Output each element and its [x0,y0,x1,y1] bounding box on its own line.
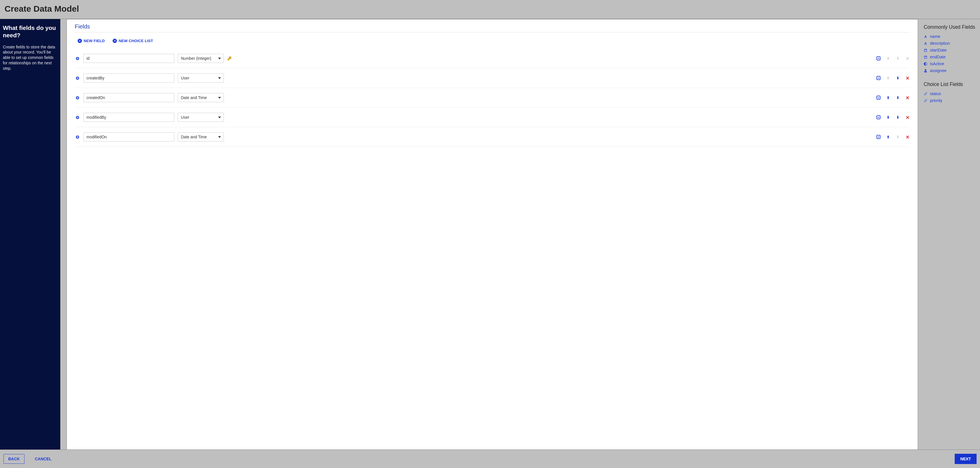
drag-handle-icon[interactable] [75,56,80,61]
section-title: Fields [75,23,910,30]
key-icon [227,56,234,61]
move-down-icon[interactable] [896,76,900,80]
choice-fields-heading: Choice List Fields [924,81,977,88]
field-type-select[interactable]: Number (Integer) [178,54,224,63]
field-row: User+ [75,108,910,127]
next-button[interactable]: NEXT [955,454,977,464]
row-actions: + [876,135,910,139]
remove-icon[interactable] [905,76,910,80]
move-down-icon[interactable] [896,115,900,120]
add-below-icon[interactable]: + [876,135,881,139]
move-down-icon[interactable] [896,95,900,100]
new-choice-list-button[interactable]: + NEW CHOICE LIST [113,39,153,43]
suggested-field-item[interactable]: priority [924,97,977,104]
divider [75,32,910,32]
calendar-icon [924,55,928,59]
move-up-icon [886,56,891,61]
add-below-icon[interactable]: + [876,115,881,120]
field-name-input[interactable] [83,133,174,142]
field-name-input[interactable] [83,73,174,83]
common-fields-heading: Commonly Used Fields [924,24,977,30]
page-header: Create Data Model [0,0,980,19]
move-down-icon [896,135,900,139]
field-type-label: Number (Integer) [181,56,211,61]
gutter [60,19,67,449]
field-type-select[interactable]: User [178,113,224,122]
suggested-field-label: name [930,34,940,39]
page-title: Create Data Model [5,4,975,14]
new-field-label: NEW FIELD [84,39,105,43]
plus-circle-icon: + [113,39,117,43]
suggested-field-label: status [930,91,941,96]
suggested-field-label: isActive [930,61,944,66]
center-wrap: Fields + NEW FIELD + NEW CHOICE LIST Num… [60,19,980,449]
right-sidebar: Commonly Used Fields namedescriptionstar… [923,19,980,449]
field-name-input[interactable] [83,54,174,63]
row-actions: + [876,76,910,80]
field-row: Date and Time+ [75,127,910,147]
field-type-label: Date and Time [181,95,207,100]
move-down-icon [896,56,900,61]
suggested-field-item[interactable]: isActive [924,60,977,67]
remove-icon [905,56,910,61]
field-row: User+ [75,68,910,88]
choice-fields-list: statuspriority [924,90,977,104]
common-fields-list: namedescriptionstartDateendDateisActivea… [924,33,977,74]
add-below-icon[interactable]: + [876,95,881,100]
suggested-field-item[interactable]: description [924,40,977,47]
field-type-select[interactable]: Date and Time [178,93,224,102]
suggested-field-item[interactable]: startDate [924,47,977,54]
suggested-field-item[interactable]: name [924,33,977,40]
fields-panel: Fields + NEW FIELD + NEW CHOICE LIST Num… [67,19,918,449]
link-icon [924,99,928,102]
halfpie-icon [924,62,928,66]
add-below-icon[interactable]: + [876,56,881,61]
move-up-icon [886,76,891,80]
drag-handle-icon[interactable] [75,96,80,100]
field-type-label: Date and Time [181,135,207,139]
field-name-input[interactable] [83,113,174,122]
remove-icon[interactable] [905,95,910,100]
new-choice-list-label: NEW CHOICE LIST [119,39,153,43]
row-actions: + [876,56,910,61]
drag-handle-icon[interactable] [75,115,80,120]
suggested-field-label: startDate [930,48,947,53]
remove-icon[interactable] [905,135,910,139]
suggested-field-label: assignee [930,68,947,73]
field-type-select[interactable]: User [178,73,224,83]
cancel-button[interactable]: CANCEL [30,454,56,463]
suggested-field-item[interactable]: assignee [924,67,977,74]
move-up-icon[interactable] [886,95,891,100]
field-row: Number (Integer)+ [75,49,910,68]
suggested-field-item[interactable]: status [924,90,977,97]
field-type-label: User [181,115,189,120]
left-sidebar: What fields do you need? Create fields t… [0,19,60,449]
field-name-input[interactable] [83,93,174,102]
remove-icon[interactable] [905,115,910,120]
link-icon [924,92,928,96]
suggested-field-item[interactable]: endDate [924,54,977,60]
add-below-icon[interactable]: + [876,76,881,80]
suggested-field-label: priority [930,98,942,103]
drag-handle-icon[interactable] [75,135,80,139]
row-actions: + [876,95,910,100]
drag-handle-icon[interactable] [75,76,80,80]
move-up-icon[interactable] [886,115,891,120]
sidebar-question: What fields do you need? [3,24,57,39]
field-row: Date and Time+ [75,88,910,108]
field-type-label: User [181,76,189,80]
font-icon [924,42,928,45]
move-up-icon[interactable] [886,135,891,139]
font-icon [924,35,928,38]
user-icon [924,69,928,73]
main-content: What fields do you need? Create fields t… [0,19,980,450]
field-type-select[interactable]: Date and Time [178,133,224,142]
gutter [918,19,923,449]
sidebar-description: Create fields to store the data about yo… [3,45,57,71]
footer: BACK CANCEL NEXT [0,450,980,468]
new-field-button[interactable]: + NEW FIELD [78,39,105,43]
row-actions: + [876,115,910,120]
back-button[interactable]: BACK [3,454,24,464]
suggested-field-label: endDate [930,55,946,59]
panel-toolbar: + NEW FIELD + NEW CHOICE LIST [75,39,910,49]
